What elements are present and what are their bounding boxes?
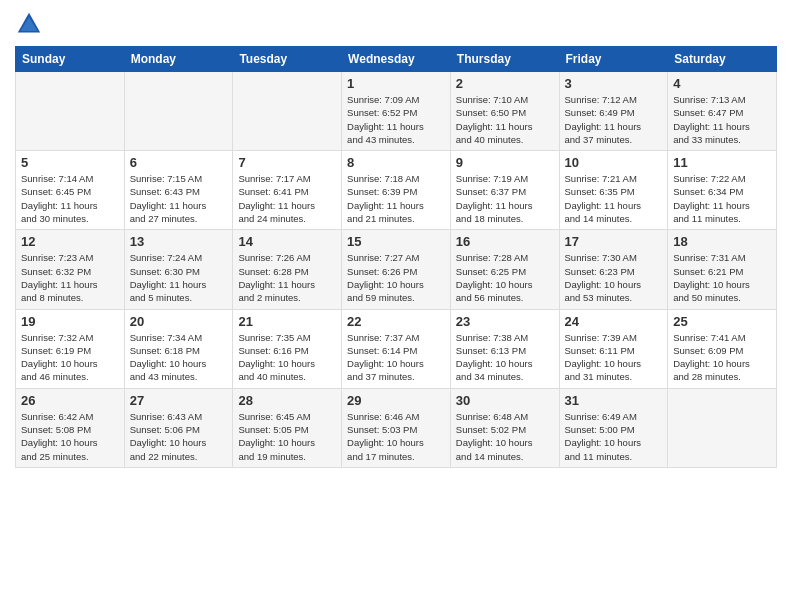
day-info: Sunrise: 6:45 AM Sunset: 5:05 PM Dayligh…: [238, 410, 336, 463]
calendar-cell: 17Sunrise: 7:30 AM Sunset: 6:23 PM Dayli…: [559, 230, 668, 309]
calendar-cell: 3Sunrise: 7:12 AM Sunset: 6:49 PM Daylig…: [559, 72, 668, 151]
day-number: 21: [238, 314, 336, 329]
calendar-cell: 10Sunrise: 7:21 AM Sunset: 6:35 PM Dayli…: [559, 151, 668, 230]
calendar-cell: 18Sunrise: 7:31 AM Sunset: 6:21 PM Dayli…: [668, 230, 777, 309]
day-number: 9: [456, 155, 554, 170]
day-number: 8: [347, 155, 445, 170]
calendar-cell: [233, 72, 342, 151]
calendar-cell: 2Sunrise: 7:10 AM Sunset: 6:50 PM Daylig…: [450, 72, 559, 151]
day-number: 22: [347, 314, 445, 329]
day-info: Sunrise: 7:22 AM Sunset: 6:34 PM Dayligh…: [673, 172, 771, 225]
day-number: 4: [673, 76, 771, 91]
day-number: 28: [238, 393, 336, 408]
day-info: Sunrise: 6:49 AM Sunset: 5:00 PM Dayligh…: [565, 410, 663, 463]
calendar-cell: 5Sunrise: 7:14 AM Sunset: 6:45 PM Daylig…: [16, 151, 125, 230]
day-info: Sunrise: 7:31 AM Sunset: 6:21 PM Dayligh…: [673, 251, 771, 304]
day-number: 3: [565, 76, 663, 91]
day-info: Sunrise: 7:24 AM Sunset: 6:30 PM Dayligh…: [130, 251, 228, 304]
calendar-cell: 24Sunrise: 7:39 AM Sunset: 6:11 PM Dayli…: [559, 309, 668, 388]
day-number: 19: [21, 314, 119, 329]
calendar-cell: 14Sunrise: 7:26 AM Sunset: 6:28 PM Dayli…: [233, 230, 342, 309]
logo-icon: [15, 10, 43, 38]
logo: [15, 10, 47, 38]
day-info: Sunrise: 7:10 AM Sunset: 6:50 PM Dayligh…: [456, 93, 554, 146]
calendar-row-0: 1Sunrise: 7:09 AM Sunset: 6:52 PM Daylig…: [16, 72, 777, 151]
day-info: Sunrise: 7:26 AM Sunset: 6:28 PM Dayligh…: [238, 251, 336, 304]
day-number: 24: [565, 314, 663, 329]
calendar-cell: 15Sunrise: 7:27 AM Sunset: 6:26 PM Dayli…: [342, 230, 451, 309]
day-info: Sunrise: 6:42 AM Sunset: 5:08 PM Dayligh…: [21, 410, 119, 463]
day-info: Sunrise: 7:14 AM Sunset: 6:45 PM Dayligh…: [21, 172, 119, 225]
calendar-cell: 26Sunrise: 6:42 AM Sunset: 5:08 PM Dayli…: [16, 388, 125, 467]
calendar-cell: [16, 72, 125, 151]
day-number: 12: [21, 234, 119, 249]
day-number: 11: [673, 155, 771, 170]
day-number: 25: [673, 314, 771, 329]
weekday-header-saturday: Saturday: [668, 47, 777, 72]
calendar-cell: 22Sunrise: 7:37 AM Sunset: 6:14 PM Dayli…: [342, 309, 451, 388]
header: [15, 10, 777, 38]
calendar-cell: 21Sunrise: 7:35 AM Sunset: 6:16 PM Dayli…: [233, 309, 342, 388]
day-number: 26: [21, 393, 119, 408]
weekday-header-monday: Monday: [124, 47, 233, 72]
day-info: Sunrise: 7:23 AM Sunset: 6:32 PM Dayligh…: [21, 251, 119, 304]
day-info: Sunrise: 7:15 AM Sunset: 6:43 PM Dayligh…: [130, 172, 228, 225]
calendar-cell: 11Sunrise: 7:22 AM Sunset: 6:34 PM Dayli…: [668, 151, 777, 230]
day-info: Sunrise: 7:19 AM Sunset: 6:37 PM Dayligh…: [456, 172, 554, 225]
day-number: 10: [565, 155, 663, 170]
calendar-cell: [124, 72, 233, 151]
calendar-row-1: 5Sunrise: 7:14 AM Sunset: 6:45 PM Daylig…: [16, 151, 777, 230]
day-info: Sunrise: 6:48 AM Sunset: 5:02 PM Dayligh…: [456, 410, 554, 463]
calendar-cell: 6Sunrise: 7:15 AM Sunset: 6:43 PM Daylig…: [124, 151, 233, 230]
day-number: 18: [673, 234, 771, 249]
day-number: 15: [347, 234, 445, 249]
calendar-row-2: 12Sunrise: 7:23 AM Sunset: 6:32 PM Dayli…: [16, 230, 777, 309]
weekday-header-friday: Friday: [559, 47, 668, 72]
calendar-table: SundayMondayTuesdayWednesdayThursdayFrid…: [15, 46, 777, 468]
day-number: 30: [456, 393, 554, 408]
calendar-cell: 27Sunrise: 6:43 AM Sunset: 5:06 PM Dayli…: [124, 388, 233, 467]
page: SundayMondayTuesdayWednesdayThursdayFrid…: [0, 0, 792, 612]
day-info: Sunrise: 6:46 AM Sunset: 5:03 PM Dayligh…: [347, 410, 445, 463]
day-info: Sunrise: 7:12 AM Sunset: 6:49 PM Dayligh…: [565, 93, 663, 146]
calendar-cell: 30Sunrise: 6:48 AM Sunset: 5:02 PM Dayli…: [450, 388, 559, 467]
day-info: Sunrise: 7:13 AM Sunset: 6:47 PM Dayligh…: [673, 93, 771, 146]
day-number: 23: [456, 314, 554, 329]
calendar-cell: 9Sunrise: 7:19 AM Sunset: 6:37 PM Daylig…: [450, 151, 559, 230]
day-number: 17: [565, 234, 663, 249]
day-number: 31: [565, 393, 663, 408]
day-number: 5: [21, 155, 119, 170]
calendar-cell: 1Sunrise: 7:09 AM Sunset: 6:52 PM Daylig…: [342, 72, 451, 151]
day-info: Sunrise: 7:41 AM Sunset: 6:09 PM Dayligh…: [673, 331, 771, 384]
calendar-cell: 28Sunrise: 6:45 AM Sunset: 5:05 PM Dayli…: [233, 388, 342, 467]
day-number: 16: [456, 234, 554, 249]
day-number: 29: [347, 393, 445, 408]
day-number: 13: [130, 234, 228, 249]
calendar-cell: 19Sunrise: 7:32 AM Sunset: 6:19 PM Dayli…: [16, 309, 125, 388]
day-info: Sunrise: 7:28 AM Sunset: 6:25 PM Dayligh…: [456, 251, 554, 304]
day-number: 14: [238, 234, 336, 249]
weekday-header-wednesday: Wednesday: [342, 47, 451, 72]
day-number: 1: [347, 76, 445, 91]
day-info: Sunrise: 7:17 AM Sunset: 6:41 PM Dayligh…: [238, 172, 336, 225]
day-info: Sunrise: 7:35 AM Sunset: 6:16 PM Dayligh…: [238, 331, 336, 384]
calendar-cell: 7Sunrise: 7:17 AM Sunset: 6:41 PM Daylig…: [233, 151, 342, 230]
calendar-cell: 23Sunrise: 7:38 AM Sunset: 6:13 PM Dayli…: [450, 309, 559, 388]
weekday-header-sunday: Sunday: [16, 47, 125, 72]
calendar-cell: 12Sunrise: 7:23 AM Sunset: 6:32 PM Dayli…: [16, 230, 125, 309]
day-number: 27: [130, 393, 228, 408]
day-info: Sunrise: 7:30 AM Sunset: 6:23 PM Dayligh…: [565, 251, 663, 304]
calendar-cell: [668, 388, 777, 467]
day-info: Sunrise: 7:37 AM Sunset: 6:14 PM Dayligh…: [347, 331, 445, 384]
day-number: 7: [238, 155, 336, 170]
day-info: Sunrise: 7:21 AM Sunset: 6:35 PM Dayligh…: [565, 172, 663, 225]
calendar-cell: 13Sunrise: 7:24 AM Sunset: 6:30 PM Dayli…: [124, 230, 233, 309]
calendar-cell: 4Sunrise: 7:13 AM Sunset: 6:47 PM Daylig…: [668, 72, 777, 151]
calendar-cell: 25Sunrise: 7:41 AM Sunset: 6:09 PM Dayli…: [668, 309, 777, 388]
day-number: 20: [130, 314, 228, 329]
day-info: Sunrise: 7:09 AM Sunset: 6:52 PM Dayligh…: [347, 93, 445, 146]
weekday-header-thursday: Thursday: [450, 47, 559, 72]
day-info: Sunrise: 7:39 AM Sunset: 6:11 PM Dayligh…: [565, 331, 663, 384]
day-number: 6: [130, 155, 228, 170]
calendar-row-3: 19Sunrise: 7:32 AM Sunset: 6:19 PM Dayli…: [16, 309, 777, 388]
